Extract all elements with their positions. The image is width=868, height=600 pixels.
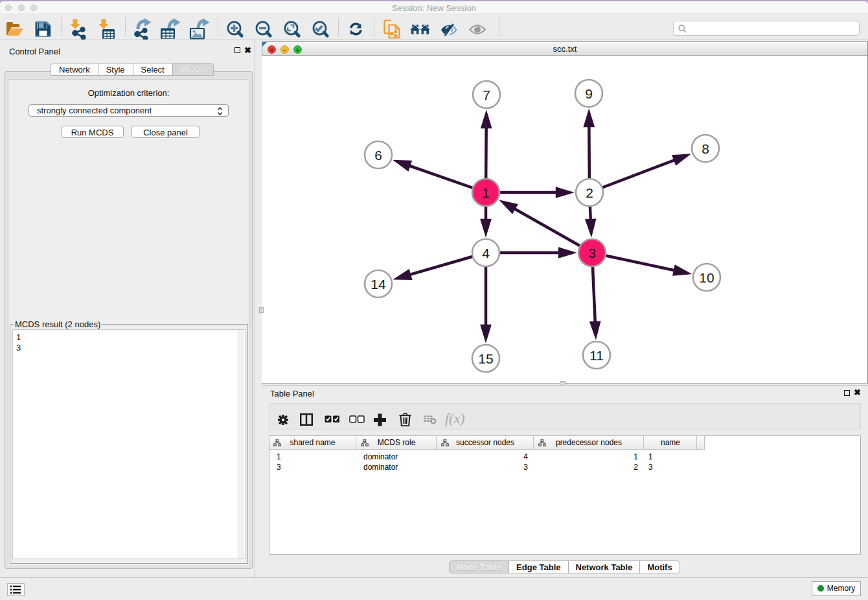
svg-text:7: 7 (483, 87, 490, 102)
svg-text:10: 10 (699, 270, 714, 285)
svg-text:6: 6 (374, 148, 382, 163)
svg-text:15: 15 (478, 351, 493, 366)
svg-text:2: 2 (586, 185, 593, 200)
svg-text:9: 9 (585, 86, 593, 101)
svg-text:11: 11 (589, 348, 604, 363)
svg-text:3: 3 (588, 246, 596, 260)
svg-text:1: 1 (482, 185, 490, 200)
svg-text:4: 4 (482, 246, 490, 260)
svg-text:8: 8 (702, 141, 709, 156)
svg-text:14: 14 (371, 277, 386, 292)
